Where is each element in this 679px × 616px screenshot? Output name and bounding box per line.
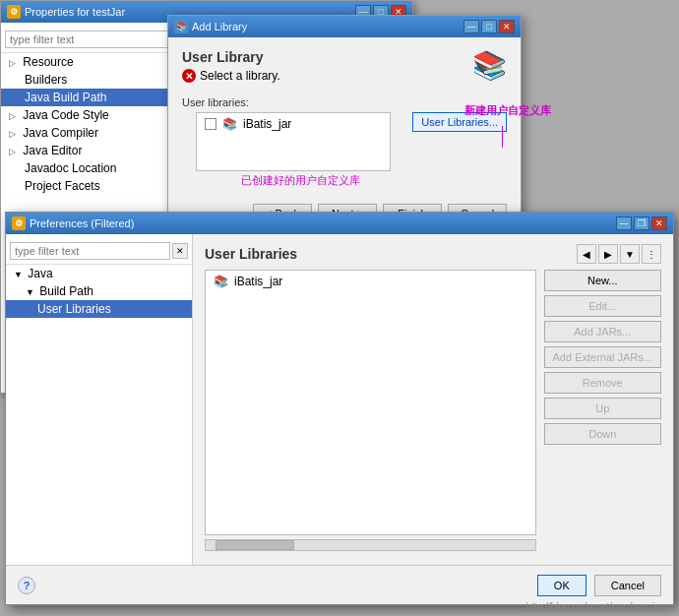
filter-box: [1, 27, 187, 53]
sidebar-item-editor[interactable]: ▷ Java Editor: [1, 142, 187, 159]
pref-tree-user-libraries-label: User Libraries: [37, 302, 111, 316]
add-jars-button[interactable]: Add JARs...: [544, 321, 662, 342]
error-icon: ✕: [182, 69, 196, 83]
user-libs-item-label: iBatis_jar: [234, 275, 282, 288]
dialog-error: ✕ Select a library.: [182, 69, 280, 83]
sidebar-item-resource[interactable]: ▷ Resource: [1, 53, 187, 71]
user-libs-list[interactable]: 📚 iBatis_jar: [205, 270, 536, 535]
properties-title: Properties for testJar: [25, 6, 125, 18]
user-libs-label: User libraries:: [182, 96, 507, 108]
edit-button[interactable]: Edit...: [544, 295, 662, 317]
pref-section-title: User Libraries: [205, 246, 297, 262]
sidebar-item-javadoc-label: Javadoc Location: [25, 161, 116, 175]
pref-menu-btn[interactable]: ▼: [620, 244, 640, 264]
pref-titlebar-left: ⚙ Preferences (Filtered): [12, 216, 134, 230]
help-icon[interactable]: ?: [18, 577, 35, 594]
sidebar-item-project-facets-label: Project Facets: [25, 179, 100, 193]
dialog-header: User Library ✕ Select a library. 📚: [182, 49, 507, 83]
pref-filter-box: ✕: [6, 238, 192, 265]
pref-tree-java[interactable]: ▼ Java: [6, 265, 192, 282]
pref-tree-build-path[interactable]: ▼ Build Path: [6, 282, 192, 300]
add-library-close[interactable]: ✕: [499, 20, 515, 33]
add-library-icon: 📚: [174, 20, 188, 33]
pref-filter-input[interactable]: [10, 242, 170, 260]
user-libs-content: 📚 iBatis_jar New... Edit... Add JARs... …: [205, 270, 661, 555]
pref-expand-btn[interactable]: ⋮: [642, 244, 661, 264]
filter-clear-button[interactable]: ✕: [172, 243, 188, 259]
filter-input[interactable]: [5, 31, 183, 48]
pref-restore[interactable]: ❐: [634, 216, 649, 230]
sidebar-item-editor-label: Java Editor: [23, 144, 82, 157]
add-library-list-item[interactable]: 📚 iBatis_jar: [197, 113, 390, 135]
user-libs-list-item[interactable]: 📚 iBatis_jar: [206, 271, 535, 292]
lib-item-icon: 📚: [222, 117, 237, 131]
new-button[interactable]: New...: [544, 270, 662, 291]
down-button[interactable]: Down: [544, 423, 662, 445]
user-libs-list-container: 📚 iBatis_jar: [205, 270, 536, 555]
properties-window-icon: ⚙: [7, 5, 21, 19]
pref-sidebar: ✕ ▼ Java ▼ Build Path User Libraries: [6, 234, 193, 565]
pref-tree-java-label: Java: [28, 267, 52, 280]
annotation-area: 已创建好的用户自定义库: [182, 173, 507, 188]
add-library-dialog: 📚 Add Library — □ ✕ User Library ✕ Selec…: [167, 15, 522, 221]
sidebar-item-builders-label: Builders: [25, 73, 67, 87]
pref-footer: ? OK Cancel: [6, 565, 673, 604]
sidebar-item-code-style[interactable]: ▷ Java Code Style: [1, 106, 187, 124]
add-library-titlebar-left: 📚 Add Library: [174, 20, 247, 33]
pref-main: User Libraries ◀ ▶ ▼ ⋮ 📚 iBatis_jar: [193, 234, 673, 565]
remove-button[interactable]: Remove: [544, 372, 662, 394]
error-text: Select a library.: [200, 69, 280, 83]
user-libs-buttons: New... Edit... Add JARs... Add External …: [544, 270, 662, 555]
pref-titlebar-buttons: — ❐ ✕: [616, 216, 667, 230]
dialog-section-title: User Library: [182, 49, 280, 65]
tree-arrow-editor: ▷: [9, 147, 16, 156]
sidebar-item-java-build-path[interactable]: Java Build Path: [1, 89, 187, 106]
pref-close[interactable]: ✕: [651, 216, 667, 230]
sidebar-item-compiler[interactable]: ▷ Java Compiler: [1, 124, 187, 142]
pref-fwd-btn[interactable]: ▶: [598, 244, 618, 264]
pref-tree-arrow-java: ▼: [14, 270, 23, 279]
user-libs-item-icon: 📚: [214, 275, 228, 288]
scroll-thumb[interactable]: [216, 540, 294, 550]
add-library-title: Add Library: [192, 21, 247, 32]
tree-arrow-code-style: ▷: [9, 111, 16, 121]
pref-cancel-button[interactable]: Cancel: [594, 575, 661, 596]
add-external-jars-button[interactable]: Add External JARs...: [544, 346, 662, 368]
add-library-titlebar: 📚 Add Library — □ ✕: [168, 16, 521, 37]
add-library-titlebar-buttons: — □ ✕: [463, 20, 515, 33]
dialog-header-left: User Library ✕ Select a library.: [182, 49, 280, 83]
pref-back-btn[interactable]: ◀: [577, 244, 596, 264]
annotation-arrow-line: [502, 126, 503, 148]
sidebar-item-builders[interactable]: Builders: [1, 71, 187, 89]
sidebar-item-project-facets[interactable]: Project Facets: [1, 177, 187, 195]
pref-titlebar: ⚙ Preferences (Filtered) — ❐ ✕: [6, 213, 673, 234]
list-item-checkbox[interactable]: [205, 118, 216, 130]
sidebar-item-code-style-label: Java Code Style: [23, 108, 108, 122]
pref-title: Preferences (Filtered): [30, 217, 134, 229]
pref-tree-user-libraries[interactable]: User Libraries: [6, 300, 192, 318]
watermark: http://blog.csdn.net/mazhao_juan: [526, 601, 671, 612]
preferences-dialog: ⚙ Preferences (Filtered) — ❐ ✕ ✕ ▼ Java …: [5, 212, 674, 605]
add-library-minimize[interactable]: —: [463, 20, 479, 33]
tree-arrow-compiler: ▷: [9, 129, 16, 139]
pref-minimize[interactable]: —: [616, 216, 632, 230]
pref-ok-button[interactable]: OK: [537, 575, 586, 596]
add-library-list[interactable]: 📚 iBatis_jar: [196, 112, 391, 171]
pref-main-header: User Libraries ◀ ▶ ▼ ⋮: [205, 244, 661, 264]
pref-footer-left: ?: [18, 577, 35, 594]
up-button[interactable]: Up: [544, 398, 662, 419]
sidebar-item-resource-label: Resource: [23, 55, 73, 69]
sidebar-item-compiler-label: Java Compiler: [23, 126, 98, 140]
sidebar-item-java-build-path-label: Java Build Path: [25, 91, 106, 104]
pref-window-icon: ⚙: [12, 216, 26, 230]
add-library-maximize[interactable]: □: [481, 20, 497, 33]
add-library-section: User Library ✕ Select a library. 📚: [168, 37, 521, 96]
horizontal-scrollbar[interactable]: [205, 539, 536, 551]
annotation-new-label: 新建用户自定义库: [464, 103, 551, 118]
list-item-label: iBatis_jar: [243, 117, 291, 131]
book-icon: 📚: [472, 49, 507, 82]
annotation-created-label: 已创建好的用户自定义库: [241, 174, 360, 186]
pref-tree-arrow-build-path: ▼: [26, 287, 34, 297]
sidebar-item-javadoc[interactable]: Javadoc Location: [1, 159, 187, 177]
pref-body: ✕ ▼ Java ▼ Build Path User Libraries Use…: [6, 234, 673, 565]
